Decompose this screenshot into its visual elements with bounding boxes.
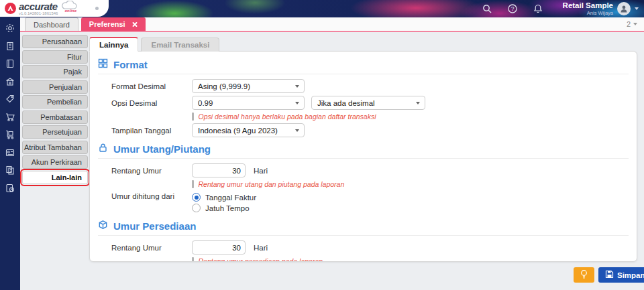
sales-cart-icon[interactable]: [5, 112, 15, 123]
opsi-desimal-mode-value: Jika ada desimal: [317, 99, 375, 107]
opsi-desimal-mode-select[interactable]: Jika ada desimal: [311, 96, 425, 110]
sidebar-item-pembatasan[interactable]: Pembatasan: [22, 111, 88, 124]
format-desimal-label: Format Desimal: [111, 82, 192, 90]
purchase-trolley-icon[interactable]: [5, 129, 15, 140]
tampilan-tanggal-value: Indonesia (9 Agu 2023): [198, 127, 278, 135]
sidebar-item-persetujuan[interactable]: Persetujuan: [22, 125, 88, 139]
opsi-desimal-select[interactable]: 0.99: [192, 96, 305, 110]
radio-button-icon[interactable]: [192, 204, 201, 212]
asset-card-icon[interactable]: [5, 147, 15, 158]
app-logo: accurate v1.0.1#2801-1861546 online: [0, 0, 109, 17]
save-button-label: Simpan: [617, 271, 644, 279]
tab-count-dropdown[interactable]: 2: [627, 20, 637, 28]
hint-button[interactable]: [574, 267, 594, 283]
rentang-umur-persediaan-input[interactable]: [192, 240, 246, 255]
chevron-down-icon: [635, 7, 639, 10]
gear-icon[interactable]: [5, 23, 15, 33]
tab-preferensi[interactable]: Preferensi: [81, 17, 146, 31]
section-umur-utang-header: Umur Utang/Piutang: [98, 140, 629, 159]
section-umur-utang-title: Umur Utang/Piutang: [113, 143, 211, 155]
opsi-desimal-value: 0.99: [198, 99, 213, 107]
tab-email-transaksi-label: Email Transaksi: [151, 41, 209, 49]
sidebar-item-fitur[interactable]: Fitur: [22, 50, 88, 64]
reports-documents-icon[interactable]: [5, 165, 15, 175]
padlock-icon: [98, 143, 108, 155]
help-icon[interactable]: ?: [507, 3, 518, 14]
sidebar-item-lain-lain[interactable]: Lain-lain: [22, 171, 88, 184]
section-umur-persediaan-header: Umur Persediaan: [98, 217, 629, 236]
brand-sub: online: [64, 9, 76, 13]
tab-lainnya[interactable]: Lainnya: [89, 37, 138, 52]
tab-preferensi-label: Preferensi: [89, 20, 125, 28]
sidebar-item-pajak[interactable]: Pajak: [22, 65, 88, 78]
tab-dashboard-label: Dashboard: [34, 21, 70, 29]
section-umur-persediaan-title: Umur Persediaan: [113, 220, 196, 232]
rentang-umur-persediaan-label: Rentang Umur: [111, 244, 192, 252]
bell-icon[interactable]: [533, 3, 543, 14]
chevron-down-icon: [633, 23, 637, 25]
rentang-umur-utang-label: Rentang Umur: [111, 167, 192, 175]
grid-icon: [98, 58, 108, 70]
sidebar-item-penjualan[interactable]: Penjualan: [22, 80, 88, 94]
opsi-desimal-label: Opsi Desimal: [111, 99, 192, 107]
note-bar: [192, 180, 194, 188]
sidebar-item-perusahaan[interactable]: Perusahaan: [22, 35, 88, 48]
status-dot: [95, 7, 99, 10]
floppy-disk-icon: [605, 270, 614, 280]
journal-book-icon[interactable]: [5, 58, 15, 69]
audit-history-icon[interactable]: [5, 183, 15, 194]
avatar[interactable]: [617, 2, 631, 15]
user-menu[interactable]: Retail Sample Anis Wijaya: [563, 0, 639, 17]
preferences-panel: Format Format Desimal Asing (9,999.9) Op…: [89, 51, 637, 262]
window-tabstrip: Dashboard Preferensi 2: [20, 17, 644, 32]
lightbulb-icon: [580, 269, 588, 281]
svg-text:?: ?: [511, 5, 515, 12]
app-header: ? Retail Sample Anis Wijaya accurate v1.…: [0, 0, 644, 17]
section-format-title: Format: [113, 59, 148, 70]
accurate-logo-icon: [5, 3, 16, 14]
brand-name: accurate: [19, 1, 58, 11]
tab-lainnya-label: Lainnya: [99, 41, 128, 49]
tampilan-tanggal-label: Tampilan Tanggal: [111, 127, 192, 135]
version-text: v1.0.1#2801-1861546: [19, 11, 58, 15]
chevron-down-icon: [295, 129, 299, 132]
preferences-sidebar: Perusahaan Fitur Pajak Penjualan Pembeli…: [22, 35, 88, 186]
user-name: Anis Wijaya: [563, 11, 613, 16]
chevron-down-icon: [295, 102, 299, 104]
note-bar: [192, 257, 194, 262]
radio-jatuh-tempo[interactable]: Jatuh Tempo: [192, 204, 256, 212]
sidebar-item-akun-perkiraan[interactable]: Akun Perkiraan: [22, 155, 88, 169]
opsi-desimal-note: Opsi desimal hanya berlaku pada bagian d…: [192, 113, 629, 121]
sidebar-item-atribut-tambahan[interactable]: Atribut Tambahan: [22, 141, 88, 154]
note-bar: [192, 113, 194, 121]
company-name: Retail Sample: [563, 2, 613, 10]
bank-store-icon[interactable]: [5, 76, 15, 87]
hari-label: Hari: [254, 244, 268, 252]
tab-dashboard[interactable]: Dashboard: [25, 17, 78, 31]
close-icon[interactable]: [131, 21, 138, 27]
rentang-umur-persediaan-note: Rentang umur persediaan pada laporan: [192, 257, 629, 262]
chevron-down-icon: [295, 85, 299, 88]
module-iconbar: [0, 17, 20, 290]
format-desimal-select[interactable]: Asing (9,999.9): [192, 79, 305, 93]
umur-dihitung-label: Umur dihitung dari: [111, 191, 192, 200]
company-building-icon[interactable]: [5, 41, 15, 52]
price-tag-icon[interactable]: [5, 94, 15, 104]
search-icon[interactable]: [482, 3, 492, 14]
section-format-header: Format: [98, 56, 629, 74]
rentang-umur-utang-note: Rentang umur utang dan piutang pada lapo…: [192, 180, 629, 188]
radio-button-icon[interactable]: [192, 193, 201, 202]
tab-email-transaksi[interactable]: Email Transaksi: [141, 38, 219, 52]
format-desimal-value: Asing (9,999.9): [198, 82, 250, 90]
content-tabs: Lainnya Email Transaksi: [89, 37, 219, 52]
cloud-icon: online: [59, 1, 79, 14]
save-button[interactable]: Simpan: [598, 267, 644, 283]
box-icon: [98, 220, 108, 232]
chevron-down-icon: [416, 102, 420, 104]
sidebar-item-pembelian[interactable]: Pembelian: [22, 95, 88, 108]
tab-count: 2: [627, 20, 631, 28]
hari-label: Hari: [254, 167, 268, 175]
rentang-umur-utang-input[interactable]: [192, 163, 246, 177]
tampilan-tanggal-select[interactable]: Indonesia (9 Agu 2023): [192, 123, 305, 137]
radio-tanggal-faktur[interactable]: Tanggal Faktur: [192, 193, 256, 202]
